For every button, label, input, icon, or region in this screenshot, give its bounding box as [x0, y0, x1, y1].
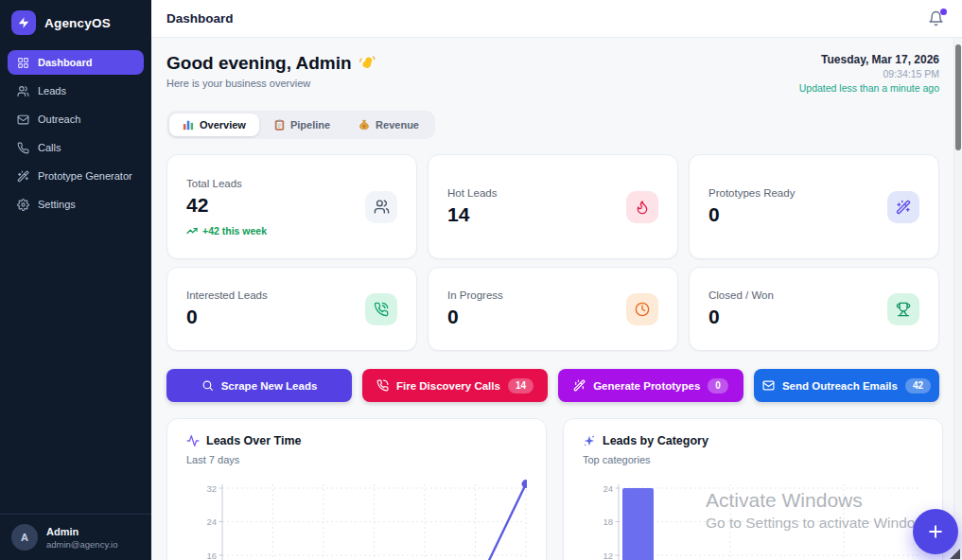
- sidebar-item-outreach[interactable]: Outreach: [8, 107, 144, 131]
- svg-text:18: 18: [603, 516, 613, 527]
- action-label: Fire Discovery Calls: [396, 380, 500, 392]
- main-content: Good evening, Admin Here is your busines…: [151, 38, 962, 560]
- sidebar-nav: Dashboard Leads Outreach Calls Prototype…: [0, 44, 151, 226]
- vertical-scrollbar[interactable]: [953, 38, 962, 560]
- tab-revenue[interactable]: Revenue: [345, 114, 432, 136]
- add-floating-button[interactable]: [913, 509, 958, 554]
- wand-icon: [573, 379, 586, 392]
- stat-label: Hot Leads: [447, 187, 497, 199]
- svg-text:12: 12: [603, 551, 613, 560]
- scrape-new-leads-button[interactable]: Scrape New Leads: [166, 369, 352, 402]
- view-tabs: Overview Pipeline Revenue: [166, 111, 435, 139]
- sidebar: AgencyOS Dashboard Leads Outreach Calls …: [0, 0, 151, 560]
- plus-icon: [926, 522, 945, 541]
- sidebar-item-settings[interactable]: Settings: [8, 192, 144, 217]
- fire-discovery-calls-button[interactable]: Fire Discovery Calls 14: [362, 369, 548, 402]
- stat-card-in-progress: In Progress 0: [428, 267, 678, 351]
- stat-label: Closed / Won: [708, 289, 774, 301]
- flame-icon: [626, 191, 658, 223]
- greeting-title: Good evening, Admin: [166, 53, 352, 74]
- user-email: admin@agency.io: [46, 539, 117, 550]
- money-bag-emoji-icon: [359, 119, 370, 131]
- sidebar-item-calls[interactable]: Calls: [8, 135, 144, 160]
- stat-card-hot-leads: Hot Leads 14: [428, 154, 678, 259]
- trending-up-icon: [186, 225, 198, 236]
- stat-card-interested-leads: Interested Leads 0: [166, 267, 417, 351]
- leads-by-category-card: Leads by Category Top categories 121824: [563, 418, 943, 560]
- leads-by-category-chart: 121824: [583, 475, 923, 560]
- sidebar-item-label: Outreach: [38, 114, 80, 125]
- app-name: AgencyOS: [44, 16, 111, 30]
- gear-icon: [17, 199, 29, 211]
- sidebar-item-leads[interactable]: Leads: [8, 79, 144, 103]
- sidebar-item-prototype-generator[interactable]: Prototype Generator: [8, 164, 144, 188]
- quick-actions: Scrape New Leads Fire Discovery Calls 14…: [166, 369, 939, 402]
- sidebar-item-label: Calls: [38, 142, 61, 153]
- action-badge: 42: [905, 378, 931, 394]
- wand-icon: [887, 191, 919, 223]
- stats-grid: Total Leads 42 +42 this week Hot Leads 1…: [166, 154, 939, 351]
- phone-icon: [17, 142, 29, 154]
- chart-title: Leads Over Time: [206, 434, 302, 447]
- svg-text:24: 24: [206, 516, 217, 527]
- action-label: Scrape New Leads: [221, 380, 318, 392]
- action-label: Send Outreach Emails: [782, 380, 898, 392]
- sparkles-icon: [583, 434, 596, 447]
- stat-label: Prototypes Ready: [708, 187, 795, 199]
- tab-pipeline[interactable]: Pipeline: [261, 114, 343, 136]
- action-badge: 14: [508, 378, 533, 394]
- leads-over-time-card: Leads Over Time Last 7 days 162432: [166, 418, 547, 560]
- sidebar-item-dashboard[interactable]: Dashboard: [8, 50, 144, 75]
- page-title: Dashboard: [166, 11, 234, 26]
- sidebar-item-label: Prototype Generator: [38, 170, 132, 182]
- clock-icon: [626, 293, 658, 325]
- stat-value: 0: [708, 203, 795, 226]
- current-time: 09:34:15 PM: [799, 68, 939, 79]
- mail-icon: [17, 114, 29, 126]
- clipboard-emoji-icon: [274, 119, 285, 131]
- action-badge: 0: [708, 378, 728, 394]
- activity-icon: [186, 434, 200, 447]
- generate-prototypes-button[interactable]: Generate Prototypes 0: [558, 369, 743, 402]
- greeting-subtitle: Here is your business overview: [166, 78, 376, 89]
- users-icon: [17, 85, 29, 97]
- charts-row: Leads Over Time Last 7 days 162432 Leads…: [166, 418, 939, 560]
- phone-call-icon: [376, 379, 389, 392]
- leads-over-time-chart: 162432: [186, 475, 527, 560]
- search-icon: [201, 379, 214, 392]
- svg-text:32: 32: [206, 483, 217, 494]
- stat-value: 14: [447, 203, 497, 226]
- bar-chart-emoji-icon: [183, 119, 194, 131]
- stat-value: 0: [708, 306, 774, 328]
- user-name: Admin: [46, 526, 117, 537]
- chart-subtitle: Top categories: [583, 454, 923, 465]
- stat-value: 0: [186, 306, 268, 328]
- sidebar-user[interactable]: A Admin admin@agency.io: [0, 514, 151, 560]
- stat-value: 0: [447, 306, 503, 328]
- sidebar-item-label: Dashboard: [38, 57, 92, 68]
- stat-label: Interested Leads: [186, 289, 268, 301]
- stat-label: In Progress: [447, 289, 503, 301]
- sidebar-item-label: Settings: [38, 199, 76, 210]
- users-icon: [365, 191, 397, 223]
- phone-call-icon: [365, 293, 397, 325]
- action-label: Generate Prototypes: [593, 380, 700, 392]
- wand-icon: [17, 170, 29, 183]
- notification-dot: [940, 9, 947, 15]
- stat-value: 42: [186, 194, 267, 217]
- svg-text:24: 24: [603, 483, 613, 494]
- grid-icon: [17, 57, 29, 69]
- notifications-bell-icon[interactable]: [928, 10, 945, 27]
- scrollbar-thumb[interactable]: [955, 44, 961, 150]
- scrollbar-corner-grip: [950, 549, 960, 559]
- send-outreach-emails-button[interactable]: Send Outreach Emails 42: [754, 369, 939, 402]
- chart-subtitle: Last 7 days: [186, 454, 527, 465]
- last-updated: Updated less than a minute ago: [799, 82, 939, 94]
- avatar: A: [11, 524, 38, 551]
- zap-icon: [11, 10, 36, 35]
- app-logo: AgencyOS: [0, 0, 151, 44]
- current-date: Tuesday, Mar 17, 2026: [799, 53, 939, 66]
- waving-hand-icon: [359, 55, 376, 72]
- tab-overview[interactable]: Overview: [169, 114, 259, 136]
- tab-label: Revenue: [376, 119, 419, 131]
